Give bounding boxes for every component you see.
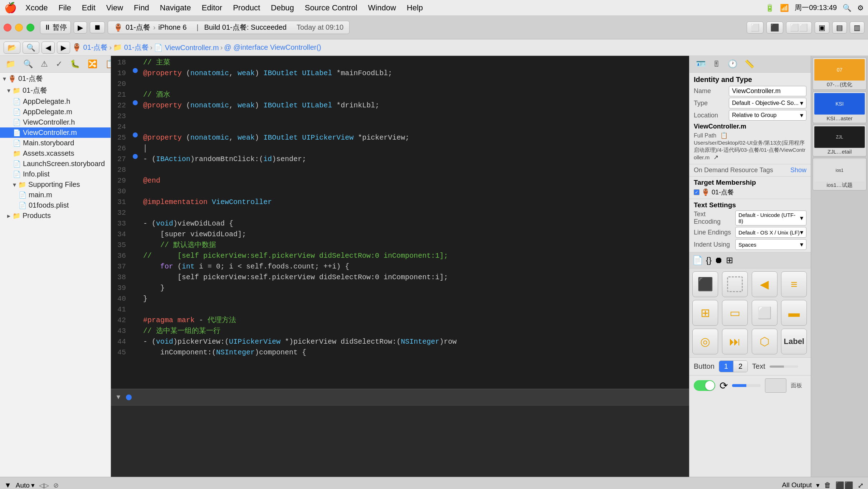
ui-comp-bar[interactable]: ▬ [781,300,807,326]
maximize-button[interactable] [26,24,34,32]
rp-identity-icon[interactable]: 🪪 [692,58,709,70]
sidebar-item-assets[interactable]: 📁 Assets.xcassets [0,148,111,159]
ui-comp-box[interactable]: ⬜ [752,300,777,326]
menu-search-icon[interactable]: 🔍 [843,4,852,12]
collapse-icon[interactable]: ▼ [115,393,122,401]
breakpoint-dot[interactable] [133,68,138,73]
ui-icon-grid[interactable]: ⊞ [726,255,733,265]
target-checkbox[interactable]: ✓ [694,189,699,195]
menu-window[interactable]: Window [366,3,398,13]
console-toggle[interactable]: ▼ [4,481,11,489]
sidebar-item-main-m[interactable]: 📄 main.m [0,190,111,200]
ui-comp-camera[interactable]: ◎ [692,329,718,354]
menu-help[interactable]: Help [405,3,425,13]
layout-btn-4[interactable]: ▣ [815,21,829,34]
ui-comp-label[interactable]: Label [781,329,807,354]
rp-clock-icon[interactable]: 🕐 [724,58,741,70]
sidebar-toggle[interactable]: 📂 [4,42,20,54]
ui-comp-back-arrow[interactable]: ◀ [752,271,777,297]
sidebar-item-infoplist[interactable]: 📄 Info.plist [0,169,111,179]
filter-icon-2[interactable]: ⊘ [53,481,59,489]
reveal-icon[interactable]: ↗ [713,154,718,161]
breakpoint-dot[interactable] [133,154,138,159]
sidebar-item-products[interactable]: ▸ 📁 Products [0,210,111,221]
nav-left[interactable]: ◀ [42,42,55,54]
show-link[interactable]: Show [790,166,806,174]
copy-path-icon[interactable]: 📋 [720,132,728,139]
pause-button[interactable]: ⏸ 暂停 [40,21,71,34]
sidebar-item-appdelegate-h[interactable]: 📄 AppDelegate.h [0,96,111,107]
breadcrumb-root[interactable]: 🏺 01-点餐 [72,43,108,52]
sidebar-icon-warn[interactable]: ⚠ [38,58,51,70]
ui-comp-rect[interactable]: ▭ [722,300,748,326]
ui-comp-play[interactable]: ⏭ [722,329,748,354]
menu-debug[interactable]: Debug [269,3,296,13]
layout-btn-2[interactable]: ⬛ [766,21,783,34]
location-dropdown[interactable]: Relative to Group ▾ [729,110,806,121]
breadcrumb-file[interactable]: 📄 ViewController.m [154,43,219,52]
stop-button[interactable]: ⏹ [90,21,105,33]
menu-navigate[interactable]: Navigate [158,3,193,13]
expand-icon[interactable]: ⤢ [858,481,864,489]
breakpoint-dot[interactable] [133,100,138,105]
ui-comp-dashed-rect[interactable] [722,271,748,297]
type-dropdown[interactable]: Default - Objective-C So... ▾ [729,98,806,108]
toggle-switch[interactable] [694,380,715,391]
segmented-control[interactable]: 1 2 [719,360,748,372]
menu-editor[interactable]: Editor [200,3,224,13]
filter-icon[interactable]: 🔍 [23,42,39,54]
filter-dropdown[interactable]: Auto ▾ [16,481,35,489]
split-icon[interactable]: ⬛⬛ [835,481,853,489]
sidebar-icon-debug[interactable]: 🐛 [67,58,83,70]
slider-control[interactable] [770,365,798,368]
breadcrumb-folder[interactable]: 📁 01-点餐 [113,43,148,52]
nav-right[interactable]: ▶ [57,42,70,54]
sidebar-icon-test[interactable]: ✓ [53,58,65,70]
sidebar-item-appdelegate-m[interactable]: 📄 AppDelegate.m [0,107,111,117]
encoding-dropdown[interactable]: Default - Unicode (UTF-8) ▾ [735,210,806,226]
sidebar-icon-search[interactable]: 🔍 [20,58,36,70]
thumbnail-1[interactable]: 07 07-…(优化 [813,57,867,90]
layout-btn-5[interactable]: ▤ [832,21,847,34]
sidebar-item-launchscreen[interactable]: 📄 LaunchScreen.storyboard [0,159,111,169]
thumbnail-4[interactable]: ios1 ios1…试题 [813,158,867,190]
thumbnail-3[interactable]: ZJL ZJL…etail [813,125,867,156]
sidebar-icon-report[interactable]: 📋 [102,58,111,70]
filter-icon[interactable]: ◁▷ [39,481,49,489]
thumbnail-2[interactable]: KSI KSI…aster [813,91,867,123]
ui-comp-orange-square[interactable]: ⬛ [692,271,718,297]
run-button[interactable]: ▶ [74,21,87,34]
ui-comp-grid[interactable]: ⊞ [692,300,718,326]
ui-icon-file[interactable]: 📄 [692,255,703,265]
rp-ruler-icon[interactable]: 📏 [741,58,758,70]
sidebar-icon-sc[interactable]: 🔀 [85,58,100,70]
sidebar-item-group[interactable]: ▾ 📁 01-点餐 [0,84,111,96]
layout-btn-6[interactable]: ▥ [850,21,864,34]
ui-comp-3d[interactable]: ⬡ [752,329,777,354]
indent-dropdown[interactable]: Spaces ▾ [735,239,806,250]
breadcrumb-symbol[interactable]: @ @interface ViewController() [224,43,321,52]
menu-control-icon[interactable]: ⚙ [857,4,864,12]
breakpoint-dot[interactable] [133,132,138,137]
code-editor[interactable]: 18 // 主菜 19 @property (nonatomic, weak) … [111,56,689,389]
layout-btn-3[interactable]: ⬜⬜ [786,21,812,34]
menu-find[interactable]: Find [132,3,151,13]
trash-icon[interactable]: 🗑 [824,481,831,489]
close-button[interactable] [4,24,11,32]
menu-xcode[interactable]: Xcode [23,3,50,13]
sidebar-item-viewcontroller-m[interactable]: 📄 ViewController.m [0,127,111,138]
rp-attributes-icon[interactable]: 🎚 [709,58,724,70]
sidebar-icon-folder[interactable]: 📁 [3,58,18,70]
line-endings-dropdown[interactable]: Default - OS X / Unix (LF) ▾ [735,227,806,238]
ui-comp-list[interactable]: ≡ [781,271,807,297]
menu-file[interactable]: File [56,3,73,13]
sidebar-item-project-root[interactable]: ▾ 🏺 01-点餐 [0,73,111,84]
sidebar-item-foods-plist[interactable]: 📄 01foods.plist [0,200,111,210]
output-chevron[interactable]: ▾ [816,481,820,489]
menu-source-control[interactable]: Source Control [303,3,360,13]
seg-btn-2[interactable]: 2 [733,361,747,372]
ui-icon-circle[interactable]: ⏺ [715,255,723,265]
seg-btn-1[interactable]: 1 [719,361,733,372]
sidebar-item-viewcontroller-h[interactable]: 📄 ViewController.h [0,117,111,127]
menu-edit[interactable]: Edit [80,3,98,13]
